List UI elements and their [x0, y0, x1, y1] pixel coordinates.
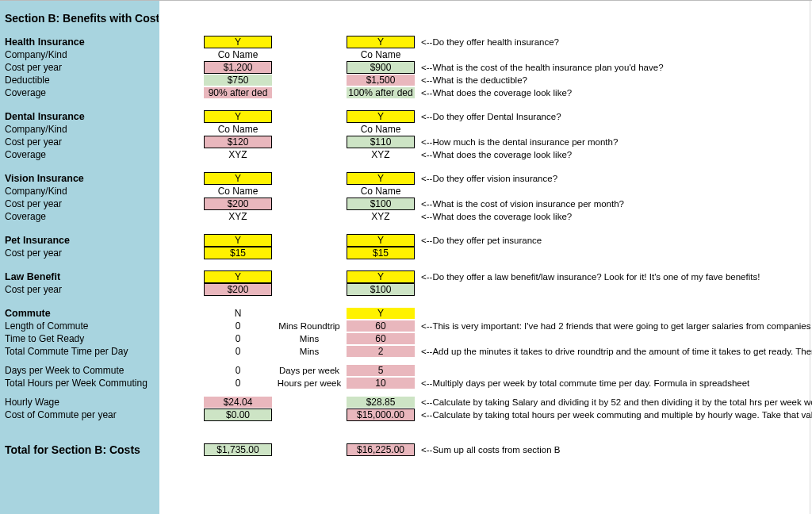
vision-offer-note: <--Do they offer vision insurance? — [421, 174, 812, 183]
dental-cost-label: Cost per year — [0, 136, 159, 148]
pet-cost-label: Cost per year — [0, 247, 159, 259]
vision-cost-a[interactable]: $200 — [204, 198, 272, 210]
commute-daysweek-unit: Days per week — [274, 366, 345, 375]
vision-cost-b[interactable]: $100 — [347, 198, 415, 210]
pet-header: Pet Insurance — [0, 235, 159, 246]
vision-coverage-b[interactable]: XYZ — [345, 211, 416, 222]
vision-cost-label: Cost per year — [0, 198, 159, 209]
law-offer-b[interactable]: Y — [347, 270, 415, 283]
law-header: Law Benefit — [0, 271, 159, 282]
commute-cost-label: Cost of Commute per year — [0, 409, 159, 420]
commute-cost-b[interactable]: $15,000.00 — [347, 409, 415, 421]
health-deductible-b[interactable]: $1,500 — [347, 75, 415, 86]
vision-company-b[interactable]: Co Name — [345, 186, 416, 197]
dental-cost-note: <--How much is the dental insurance per … — [421, 137, 812, 147]
commute-ready-unit: Mins — [274, 334, 345, 343]
health-company-a[interactable]: Co Name — [202, 49, 274, 60]
commute-header: Commute — [0, 308, 159, 319]
commute-ready-b[interactable]: 60 — [347, 333, 415, 344]
vision-coverage-a[interactable]: XYZ — [202, 211, 274, 222]
dental-header: Dental Insurance — [0, 111, 159, 122]
dental-company-label: Company/Kind — [0, 124, 159, 135]
commute-length-b[interactable]: 60 — [347, 320, 415, 332]
pet-cost-b[interactable]: $15 — [347, 247, 415, 259]
health-cost-label: Cost per year — [0, 62, 159, 73]
pet-offer-note: <--Do they offer pet insurance — [421, 236, 812, 245]
commute-wage-note: <--Calculate by taking Salary and dividi… — [421, 397, 812, 407]
commute-wage-b[interactable]: $28.85 — [347, 397, 415, 408]
commute-length-label: Length of Commute — [0, 320, 159, 332]
law-offer-a[interactable]: Y — [204, 270, 272, 283]
health-cost-b[interactable]: $900 — [347, 61, 415, 74]
vision-cost-note: <--What is the cost of vision insurance … — [421, 199, 812, 209]
vision-coverage-label: Coverage — [0, 211, 159, 222]
health-company-label: Company/Kind — [0, 49, 159, 60]
commute-length-note: <--This is very important: I've had 2 fr… — [421, 321, 812, 331]
total-section-label: Total for Section B: Costs — [0, 443, 159, 456]
commute-totalday-unit: Mins — [274, 347, 345, 356]
health-coverage-label: Coverage — [0, 87, 159, 98]
health-cost-note: <--What is the cost of the health insura… — [421, 63, 812, 72]
vision-offer-a[interactable]: Y — [204, 172, 272, 185]
vision-offer-b[interactable]: Y — [347, 172, 415, 185]
dental-coverage-a[interactable]: XYZ — [202, 149, 274, 160]
dental-cost-a[interactable]: $120 — [204, 136, 272, 148]
spreadsheet-sheet[interactable]: Section B: Benefits with Costs Health In… — [0, 0, 812, 514]
commute-hoursweek-b[interactable]: 10 — [347, 378, 415, 389]
commute-totalday-note: <--Add up the minutes it takes to drive … — [421, 347, 812, 356]
dental-coverage-note: <--What does the coverage look like? — [421, 150, 812, 159]
section-title: Section B: Benefits with Costs — [0, 12, 159, 25]
commute-cost-note: <--Calculate by taking total hours per w… — [421, 410, 812, 420]
commute-length-unit: Mins Roundtrip — [274, 321, 345, 331]
commute-daysweek-a[interactable]: 0 — [202, 365, 274, 376]
pet-offer-a[interactable]: Y — [204, 234, 272, 247]
vision-company-label: Company/Kind — [0, 186, 159, 197]
health-header: Health Insurance — [0, 36, 159, 48]
commute-ready-a[interactable]: 0 — [202, 333, 274, 344]
health-coverage-a[interactable]: 90% after ded — [204, 87, 272, 98]
commute-hoursweek-a[interactable]: 0 — [202, 378, 274, 389]
dental-offer-a[interactable]: Y — [204, 110, 272, 123]
commute-hoursweek-unit: Hours per week — [274, 378, 345, 388]
dental-company-a[interactable]: Co Name — [202, 124, 274, 135]
law-cost-a[interactable]: $200 — [204, 283, 272, 296]
commute-hoursweek-note: <--Multiply days per week by total commu… — [421, 378, 812, 388]
commute-wage-a[interactable]: $24.04 — [204, 397, 272, 408]
health-deductible-label: Deductible — [0, 75, 159, 86]
dental-offer-note: <--Do they offer Dental Insurance? — [421, 112, 812, 121]
dental-coverage-label: Coverage — [0, 149, 159, 160]
commute-cost-a[interactable]: $0.00 — [204, 409, 272, 421]
vision-company-a[interactable]: Co Name — [202, 186, 274, 197]
total-b[interactable]: $16,225.00 — [347, 443, 415, 456]
dental-cost-b[interactable]: $110 — [347, 136, 415, 148]
commute-totalday-a[interactable]: 0 — [202, 346, 274, 357]
commute-ready-label: Time to Get Ready — [0, 333, 159, 344]
dental-company-b[interactable]: Co Name — [345, 124, 416, 135]
health-deductible-a[interactable]: $750 — [204, 75, 272, 86]
dental-offer-b[interactable]: Y — [347, 110, 415, 123]
health-cost-a[interactable]: $1,200 — [204, 61, 272, 74]
health-coverage-note: <--What does the coverage look like? — [421, 88, 812, 98]
health-offer-a[interactable]: Y — [204, 36, 272, 48]
health-coverage-b[interactable]: 100% after ded — [347, 87, 415, 98]
law-offer-note: <--Do they offer a law benefit/law insur… — [421, 272, 812, 282]
total-note: <--Sum up all costs from section B — [421, 445, 812, 455]
pet-offer-b[interactable]: Y — [347, 234, 415, 247]
health-offer-note: <--Do they offer health insurance? — [421, 37, 812, 47]
commute-totalday-label: Total Commute Time per Day — [0, 346, 159, 357]
commute-hoursweek-label: Total Hours per Week Commuting — [0, 378, 159, 389]
commute-length-a[interactable]: 0 — [202, 320, 274, 332]
commute-daysweek-b[interactable]: 5 — [347, 365, 415, 376]
health-company-b[interactable]: Co Name — [345, 49, 416, 60]
commute-wage-label: Hourly Wage — [0, 397, 159, 408]
commute-totalday-b[interactable]: 2 — [347, 346, 415, 357]
commute-offer-a[interactable]: N — [202, 308, 274, 319]
total-a[interactable]: $1,735.00 — [204, 443, 272, 456]
vision-header: Vision Insurance — [0, 173, 159, 184]
law-cost-b[interactable]: $100 — [347, 283, 415, 296]
dental-coverage-b[interactable]: XYZ — [345, 149, 416, 160]
commute-offer-b[interactable]: Y — [347, 308, 415, 319]
law-cost-label: Cost per year — [0, 284, 159, 295]
health-offer-b[interactable]: Y — [347, 36, 415, 48]
pet-cost-a[interactable]: $15 — [204, 247, 272, 259]
